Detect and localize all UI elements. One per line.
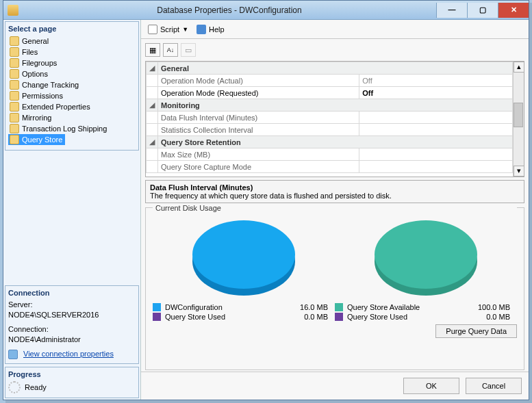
connection-label: Connection: [8,324,136,335]
sidebar-item-extended-properties[interactable]: Extended Properties [8,101,136,112]
prop-key-op-mode-requested[interactable]: Operation Mode (Requested) [158,87,359,99]
progress-title: Progress [8,370,136,378]
dialog-window: Database Properties - DWConfiguration — … [3,0,529,400]
sidebar-item-general[interactable]: General [8,36,136,47]
category-monitoring[interactable]: Monitoring [158,99,513,112]
sidebar-item-files[interactable]: Files [8,47,136,57]
help-icon [197,25,206,34]
maximize-button[interactable]: ▢ [467,3,498,18]
legend-item: Query Store Available100.0 MB [335,302,517,312]
sort-az-icon: A↓ [167,47,175,53]
sidebar-item-label: Options [22,70,48,78]
sidebar-item-label: Extended Properties [22,103,90,111]
legend-value: 0.0 MB [476,313,517,321]
page-icon [10,124,19,133]
scroll-thumb[interactable] [514,103,523,127]
legend-swatch [153,313,161,321]
property-grid[interactable]: ◢General Operation Mode (Actual)Off Oper… [145,61,524,177]
alphabetical-button[interactable]: A↓ [163,43,178,57]
sidebar-item-mirroring[interactable]: Mirroring [8,112,136,123]
legend-name: DWConfiguration [165,303,294,311]
legend-item: Query Store Used0.0 MB [335,312,517,322]
help-button[interactable]: Help [194,23,227,36]
prop-key-capture-mode[interactable]: Query Store Capture Mode [158,161,359,173]
close-button[interactable]: ✕ [498,3,529,18]
disk-usage-group: Current Disk Usage DWConfiguration16.0 M… [145,207,524,370]
prop-key-stats-interval[interactable]: Statistics Collection Interval [158,124,359,136]
dialog-buttons: OK Cancel [141,372,529,400]
page-icon [10,113,19,122]
legend-name: Query Store Available [347,303,476,311]
script-button[interactable]: Script ▼ [145,23,191,36]
pie-top [375,220,477,289]
prop-val-op-mode-actual: Off [359,75,513,87]
server-value: NODE4\SQLSERVER2016 [8,310,136,320]
legend-item: DWConfiguration16.0 MB [153,302,335,312]
sidebar-item-transaction-log-shipping[interactable]: Transaction Log Shipping [8,123,136,134]
sidebar-item-permissions[interactable]: Permissions [8,90,136,101]
prop-key-flush-interval[interactable]: Data Flush Interval (Minutes) [158,112,359,124]
sidebar-item-label: Query Store [22,135,62,144]
legend-left: DWConfiguration16.0 MBQuery Store Used0.… [153,302,335,322]
category-general[interactable]: General [158,62,513,75]
view-connection-properties-link[interactable]: View connection properties [23,349,114,359]
window-title: Database Properties - DWConfiguration [23,5,436,15]
sidebar-item-query-store[interactable]: Query Store [8,134,65,145]
sidebar-item-label: General [22,37,49,45]
legend-name: Query Store Used [347,313,476,321]
server-label: Server: [8,300,136,310]
app-icon [8,5,18,16]
legend-value: 100.0 MB [476,303,517,311]
page-icon [10,80,19,90]
property-description: Data Flush Interval (Minutes) The freque… [145,180,524,203]
page-icon [10,58,19,68]
sidebar-item-options[interactable]: Options [8,68,136,79]
pages-icon: ▭ [185,46,192,55]
pie-query-store [375,220,477,296]
page-icon [10,47,19,57]
categorized-button[interactable]: ▦ [145,43,160,57]
prop-key-max-size[interactable]: Max Size (MB) [158,148,359,161]
connection-value: NODE4\Administrator [8,335,136,345]
pie-top [192,220,295,289]
scroll-up-button[interactable]: ▴ [514,62,524,73]
category-retention[interactable]: Query Store Retention [158,136,513,148]
sidebar-item-label: Change Tracking [22,81,79,89]
titlebar: Database Properties - DWConfiguration — … [3,1,529,20]
page-icon [10,36,19,46]
pie-database [192,220,295,296]
progress-state: Ready [25,383,47,391]
categorized-icon: ▦ [149,46,156,55]
minimize-button[interactable]: — [436,3,467,18]
sidebar-item-filegroups[interactable]: Filegroups [8,57,136,68]
prop-val-op-mode-requested[interactable]: Off [359,87,513,99]
select-page-title: Select a page [8,25,136,33]
desc-title: Data Flush Interval (Minutes) [150,183,520,192]
sidebar-item-label: Transaction Log Shipping [22,125,107,133]
sidebar-item-label: Mirroring [22,114,51,122]
connection-title: Connection [8,289,136,297]
property-pages-button[interactable]: ▭ [181,43,196,57]
page-icon [10,135,19,144]
legend-value: 16.0 MB [294,303,335,311]
page-icon [10,69,19,79]
group-title: Current Disk Usage [153,204,517,212]
page-nav-list: GeneralFilesFilegroupsOptionsChange Trac… [8,36,136,146]
chevron-down-icon: ▼ [182,26,188,33]
prop-key-op-mode-actual: Operation Mode (Actual) [158,75,359,87]
purge-query-data-button[interactable]: Purge Query Data [435,324,517,338]
sidebar-item-label: Filegroups [22,59,57,67]
legend-swatch [153,303,161,311]
scrollbar[interactable]: ▴ ▾ [513,62,524,177]
legend-right: Query Store Available100.0 MBQuery Store… [335,302,517,322]
page-icon [10,91,19,101]
legend-name: Query Store Used [165,313,294,321]
scroll-down-button[interactable]: ▾ [514,166,524,177]
cancel-button[interactable]: Cancel [466,378,522,394]
script-icon [148,25,157,34]
sidebar-item-label: Permissions [22,92,63,100]
ok-button[interactable]: OK [403,378,459,394]
legend-swatch [335,313,343,321]
sidebar-item-label: Files [22,48,38,56]
sidebar-item-change-tracking[interactable]: Change Tracking [8,79,136,90]
